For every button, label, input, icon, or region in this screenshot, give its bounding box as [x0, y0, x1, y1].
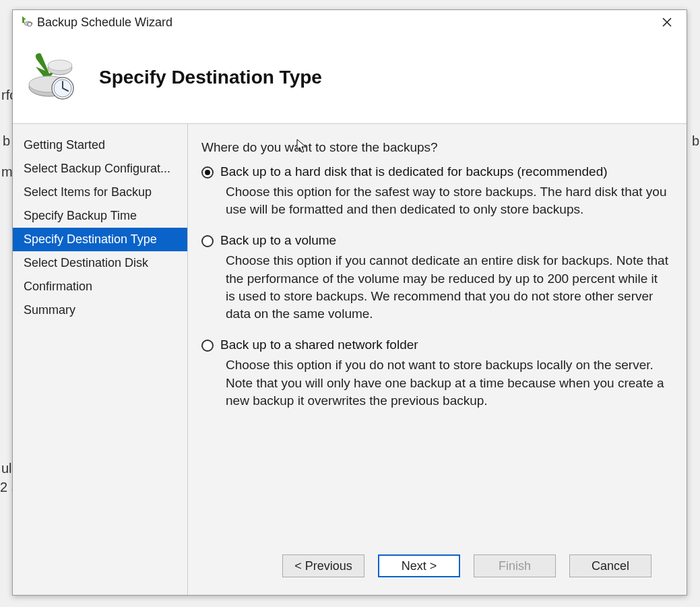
prompt-text: Where do you want to store the backups?: [201, 140, 670, 155]
option-volume-desc: Choose this option if you cannot dedicat…: [226, 252, 670, 323]
svg-point-1: [28, 22, 32, 26]
wizard-buttons: < Previous Next > Finish Cancel: [201, 541, 670, 595]
page-title: Specify Destination Type: [99, 67, 322, 88]
radio-dedicated-disk[interactable]: [201, 166, 214, 179]
radio-network-folder[interactable]: [201, 340, 214, 352]
option-dedicated-disk-desc: Choose this option for the safest way to…: [226, 183, 670, 218]
wizard-body: Getting Started Select Backup Configurat…: [13, 123, 687, 595]
option-network-folder-label[interactable]: Back up to a shared network folder: [220, 338, 418, 352]
bg-text: m: [1, 164, 13, 180]
sidebar-item-specify-destination-type[interactable]: Specify Destination Type: [13, 228, 187, 251]
sidebar-item-summary[interactable]: Summary: [13, 298, 187, 322]
option-volume: Back up to a volume Choose this option i…: [201, 233, 670, 323]
svg-point-3: [48, 60, 72, 71]
app-icon: [20, 14, 33, 30]
option-dedicated-disk-label[interactable]: Back up to a hard disk that is dedicated…: [220, 164, 608, 179]
sidebar-item-specify-time[interactable]: Specify Backup Time: [13, 204, 187, 228]
wizard-dialog: Backup Schedule Wizard Specify Destinati…: [12, 9, 687, 596]
previous-button[interactable]: < Previous: [282, 554, 364, 577]
destination-options: Back up to a hard disk that is dedicated…: [201, 164, 670, 541]
option-volume-label[interactable]: Back up to a volume: [220, 233, 336, 248]
sidebar-item-select-backup-config[interactable]: Select Backup Configurat...: [13, 157, 187, 181]
next-button[interactable]: Next >: [378, 554, 460, 577]
finish-button: Finish: [474, 554, 556, 577]
close-button[interactable]: [653, 13, 681, 32]
sidebar-item-select-items[interactable]: Select Items for Backup: [13, 181, 187, 204]
bg-text: ul: [1, 461, 12, 476]
wizard-header-icon: [22, 51, 79, 104]
option-network-folder: Back up to a shared network folder Choos…: [201, 338, 670, 410]
cancel-button[interactable]: Cancel: [569, 554, 651, 577]
wizard-header: Specify Destination Type: [13, 34, 687, 123]
window-title: Backup Schedule Wizard: [37, 15, 172, 30]
option-network-folder-desc: Choose this option if you do not want to…: [226, 356, 670, 410]
wizard-content: Where do you want to store the backups? …: [188, 124, 687, 595]
sidebar-item-confirmation[interactable]: Confirmation: [13, 275, 187, 298]
sidebar-item-getting-started[interactable]: Getting Started: [13, 133, 187, 157]
option-dedicated-disk: Back up to a hard disk that is dedicated…: [201, 164, 670, 218]
bg-text: b: [3, 133, 10, 149]
bg-text: b: [692, 133, 699, 149]
wizard-steps-sidebar: Getting Started Select Backup Configurat…: [13, 124, 188, 595]
titlebar: Backup Schedule Wizard: [13, 10, 687, 34]
radio-volume[interactable]: [201, 235, 214, 247]
sidebar-item-select-destination-disk[interactable]: Select Destination Disk: [13, 251, 187, 275]
